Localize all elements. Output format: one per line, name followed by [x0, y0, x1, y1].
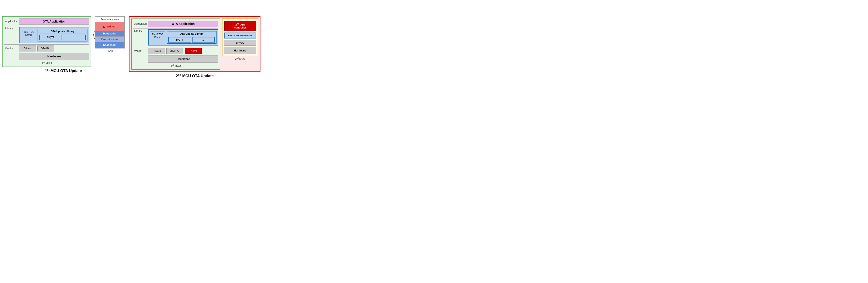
- freertos-box: FreeRTOS Kernel: [21, 29, 36, 38]
- vendor-label: Vendor: [5, 47, 13, 50]
- rom-temp: Temporary area: [95, 17, 124, 22]
- diagram2-wrapper: Application OTA Application Library Free…: [129, 16, 260, 78]
- mcu2nd-box: 2nd OTAcontroller FWUP FIT Middleware' D…: [222, 19, 258, 56]
- dots-box-d2: ...: [192, 37, 215, 43]
- dots-box: ...: [63, 35, 86, 40]
- vendor-row-d2: Vendor Drivers OTA PAL OTA PAL2: [133, 48, 218, 54]
- mcu1-box-d2: Application OTA Application Library Free…: [131, 19, 220, 69]
- lib-content: FreeRTOS Kernel OTA Update Library MQTT …: [19, 27, 89, 43]
- freertos-box-d2: FreeRTOS Kernel: [150, 31, 165, 40]
- diagram2-title: 2nd MCU OTA Update: [176, 73, 214, 78]
- mcu2-drivers-box: Drivers: [224, 40, 256, 46]
- lib-label: Library: [5, 27, 13, 30]
- vendor-label-d2: Vendor: [134, 50, 142, 53]
- drivers-box-d2: Drivers: [148, 48, 165, 54]
- lib-row-d2: Library FreeRTOS Kernel OTA Update Libra…: [133, 29, 218, 46]
- diagram1-inner: Application OTA Application Library Free…: [2, 16, 125, 67]
- hardware-box-d2: Hardware: [148, 56, 218, 63]
- rom-label: ROM: [107, 49, 113, 52]
- brace-rom-group: { Temporary area ▲ Writing… bootloader E…: [93, 16, 125, 52]
- drivers-box: Drivers: [19, 46, 36, 52]
- fwup-box: FWUP FIT Middleware': [224, 32, 256, 38]
- ota-update-lib-label-d2: OTA Update Library: [168, 32, 215, 36]
- ota-pal-box-d2: OTA PAL: [166, 48, 183, 54]
- rom-exec: Execution area: [95, 36, 124, 42]
- main-container: Application OTA Application Library Free…: [2, 16, 287, 78]
- rom-writing: ▲ Writing…: [95, 22, 124, 31]
- hardware-box: Hardware: [19, 53, 89, 60]
- ota-controller-box: 2nd OTAcontroller: [224, 21, 256, 31]
- diagram1-wrapper: Application OTA Application Library Free…: [2, 16, 125, 73]
- ota-update-lib-label: OTA Update Library: [39, 30, 86, 34]
- ota-update-lib-box: OTA Update Library MQTT ...: [38, 29, 88, 41]
- ota-pal2-box: OTA PAL2: [185, 48, 202, 54]
- vendor-row: Vendor Drivers OTA PAL: [4, 46, 89, 52]
- app-row: Application OTA Application: [4, 18, 89, 25]
- mcu1-label: 1st MCU: [4, 61, 89, 65]
- mcu2nd-label: 2nd MCU: [235, 57, 245, 60]
- ota-pal-box: OTA PAL: [37, 46, 54, 52]
- app-row-d2: Application OTA Application: [133, 21, 218, 27]
- app-label: Application: [5, 20, 18, 23]
- diagram1-title: 1st MCU OTA Update: [45, 68, 82, 73]
- diagram2-outer: Application OTA Application Library Free…: [129, 16, 260, 72]
- mqtt-box: MQTT: [39, 35, 62, 40]
- up-arrow-icon: ▲: [102, 24, 106, 29]
- rom-bootloader1: bootloader: [95, 31, 124, 36]
- mqtt-box-d2: MQTT: [168, 37, 191, 43]
- ota-app-box-d2: OTA Application: [148, 21, 218, 27]
- sub-libs: MQTT ...: [39, 35, 86, 40]
- sub-libs-d2: MQTT ...: [168, 37, 215, 43]
- lib-label-d2: Library: [134, 29, 142, 32]
- app-label-d2: Application: [134, 22, 147, 25]
- mcu1-label-d2: 1st MCU: [133, 64, 218, 67]
- rom-box: Temporary area ▲ Writing… bootloader Exe…: [95, 16, 125, 49]
- mcu2-hardware-box: Hardware: [224, 47, 256, 54]
- rom-wrapper: Temporary area ▲ Writing… bootloader Exe…: [95, 16, 125, 52]
- mcu1-box: Application OTA Application Library Free…: [2, 16, 91, 67]
- lib-content-d2: FreeRTOS Kernel OTA Update Library MQTT …: [148, 29, 218, 46]
- ota-app-box: OTA Application: [19, 18, 89, 25]
- ota-update-lib-box-d2: OTA Update Library MQTT ...: [167, 31, 217, 44]
- mcu2nd-group: 2nd OTAcontroller FWUP FIT Middleware' D…: [222, 19, 258, 60]
- lib-row: Library FreeRTOS Kernel OTA Update Libra…: [4, 27, 89, 43]
- rom-bootloader2: bootloader: [95, 42, 124, 48]
- hw-row: Hardware: [4, 53, 89, 60]
- hw-row-d2: Hardware: [133, 56, 218, 63]
